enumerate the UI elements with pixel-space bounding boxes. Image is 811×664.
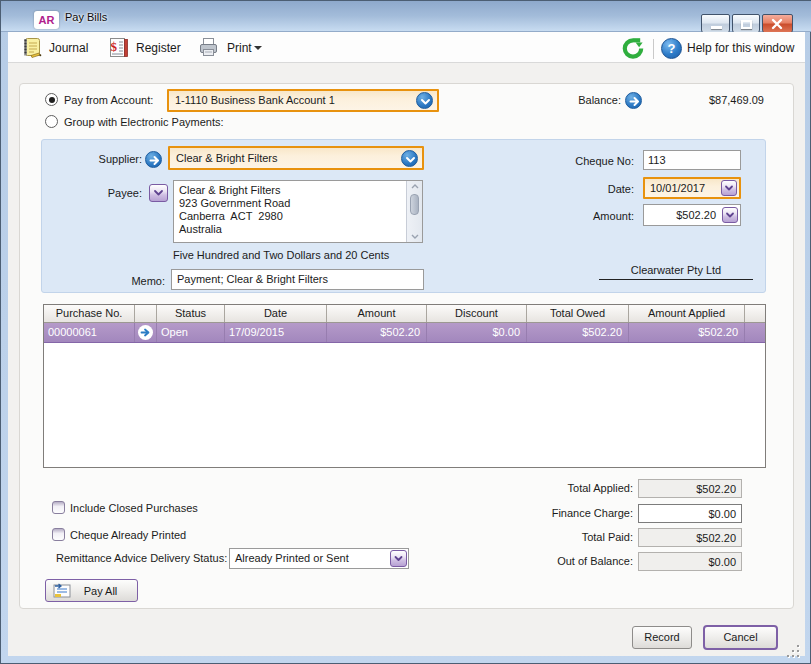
payee-scrollbar-thumb[interactable] [410,194,419,215]
account-value: 1-1110 Business Bank Account 1 [175,94,335,106]
print-dropdown-caret[interactable] [254,46,262,50]
supplier-dropdown-icon[interactable] [401,150,418,167]
total-paid-field: $502.20 [638,528,742,547]
cell-amount[interactable]: $502.20 [327,323,427,342]
print-icon [197,36,220,59]
title-bar [1,1,811,32]
col-total-owed[interactable]: Total Owed [527,305,629,322]
col-spacer [745,305,765,322]
cheque-printed-label: Cheque Already Printed [70,529,186,541]
total-applied-field: $502.20 [638,479,742,498]
cell-purchase-no[interactable]: 00000061 [44,323,135,342]
memo-input[interactable]: Payment; Clear & Bright Filters [171,269,424,290]
amount-dropdown-button[interactable] [722,207,738,223]
remittance-select[interactable]: Already Printed or Sent [229,548,409,569]
help-link[interactable]: Help for this window [687,41,794,55]
col-amount[interactable]: Amount [327,305,427,322]
balance-label: Balance: [561,94,621,106]
col-amount-applied[interactable]: Amount Applied [629,305,745,322]
amount-in-words: Five Hundred and Two Dollars and 20 Cent… [173,249,389,261]
cell-status[interactable]: Open [157,323,225,342]
account-combobox[interactable]: 1-1110 Business Bank Account 1 [167,89,439,112]
minimize-icon [711,26,722,29]
supplier-detail-arrow-icon[interactable] [145,151,162,168]
total-applied-label: Total Applied: [521,482,633,494]
amount-input[interactable]: $502.20 [643,204,741,226]
maximize-icon [741,20,752,29]
pay-from-account-label: Pay from Account: [64,94,153,106]
supplier-label: Supplier: [81,153,142,165]
col-status[interactable]: Status [157,305,225,322]
cheque-no-input[interactable]: 113 [643,150,741,170]
payee-address-box[interactable]: Clear & Bright Filters 923 Government Ro… [173,180,423,243]
minimize-button[interactable] [701,14,730,34]
register-button[interactable]: Register [136,41,181,55]
cell-amount-applied[interactable]: $502.20 [629,323,745,342]
cheque-no-label: Cheque No: [551,155,634,167]
total-paid-label: Total Paid: [521,531,633,543]
print-button[interactable]: Print [227,41,252,55]
supplier-combobox[interactable]: Clear & Bright Filters [168,146,424,170]
svg-text:$: $ [111,39,118,54]
group-electronic-label: Group with Electronic Payments: [64,116,224,128]
cell-date[interactable]: 17/09/2015 [225,323,327,342]
payee-line: 923 Government Road [179,197,290,210]
remittance-dropdown-button[interactable] [390,550,407,567]
memo-label: Memo: [101,275,165,287]
cell-discount[interactable]: $0.00 [427,323,527,342]
register-icon: $ [107,36,130,59]
refresh-icon[interactable] [621,36,645,60]
balance-detail-arrow-icon[interactable] [625,92,642,109]
finance-charge-input[interactable]: $0.00 [638,504,742,523]
col-date[interactable]: Date [225,305,327,322]
col-detail [135,305,157,322]
payee-line: Australia [179,223,290,236]
date-input[interactable]: 10/01/2017 [643,177,741,199]
account-dropdown-icon[interactable] [416,92,433,109]
payee-line: Clear & Bright Filters [179,184,290,197]
total-applied-value: $502.20 [696,483,736,495]
window-title: Pay Bills [65,11,107,23]
maximize-button[interactable] [732,14,760,34]
payee-scrollbar[interactable] [406,181,422,242]
scroll-down-icon[interactable] [411,234,419,239]
supplier-value: Clear & Bright Filters [176,152,277,164]
pay-bills-window: AR Pay Bills Journal $ [0,0,811,664]
scroll-up-icon[interactable] [411,184,419,189]
row-detail-arrow-icon[interactable] [138,325,153,340]
close-button[interactable] [762,14,793,34]
close-icon [763,15,792,33]
date-dropdown-button[interactable] [721,180,737,196]
cell-detail[interactable] [135,323,157,342]
include-closed-label: Include Closed Purchases [70,502,198,514]
app-icon: AR [34,11,59,29]
table-row[interactable]: 00000061 Open 17/09/2015 $502.20 $0.00 $… [44,323,765,343]
date-value: 10/01/2017 [650,182,705,194]
cancel-button[interactable]: Cancel [703,625,778,650]
cell-total-owed[interactable]: $502.20 [527,323,629,342]
pay-from-account-radio[interactable] [45,93,58,106]
col-discount[interactable]: Discount [427,305,527,322]
resize-grip[interactable] [787,645,801,659]
out-of-balance-value: $0.00 [708,556,736,568]
cheque-printed-checkbox[interactable] [52,528,65,541]
total-paid-value: $502.20 [696,532,736,544]
payee-line: Canberra ACT 2980 [179,210,290,223]
help-icon[interactable]: ? [661,38,682,59]
pay-all-button[interactable]: Pay All [45,579,138,602]
col-purchase-no[interactable]: Purchase No. [44,305,135,322]
payee-label: Payee: [81,187,142,199]
journal-button[interactable]: Journal [49,41,88,55]
balance-value: $87,469.09 [664,94,764,106]
group-electronic-radio[interactable] [45,115,58,128]
journal-icon [20,36,43,59]
pay-all-icon [53,583,71,599]
purchases-table: Purchase No. Status Date Amount Discount… [43,304,766,468]
payee-dropdown-button[interactable] [149,184,168,202]
include-closed-checkbox[interactable] [52,501,65,514]
remittance-label: Remittance Advice Delivery Status: [56,552,227,564]
record-button[interactable]: Record [632,626,692,649]
table-header: Purchase No. Status Date Amount Discount… [44,305,765,323]
pay-all-label: Pay All [84,585,118,597]
out-of-balance-label: Out of Balance: [521,555,633,567]
